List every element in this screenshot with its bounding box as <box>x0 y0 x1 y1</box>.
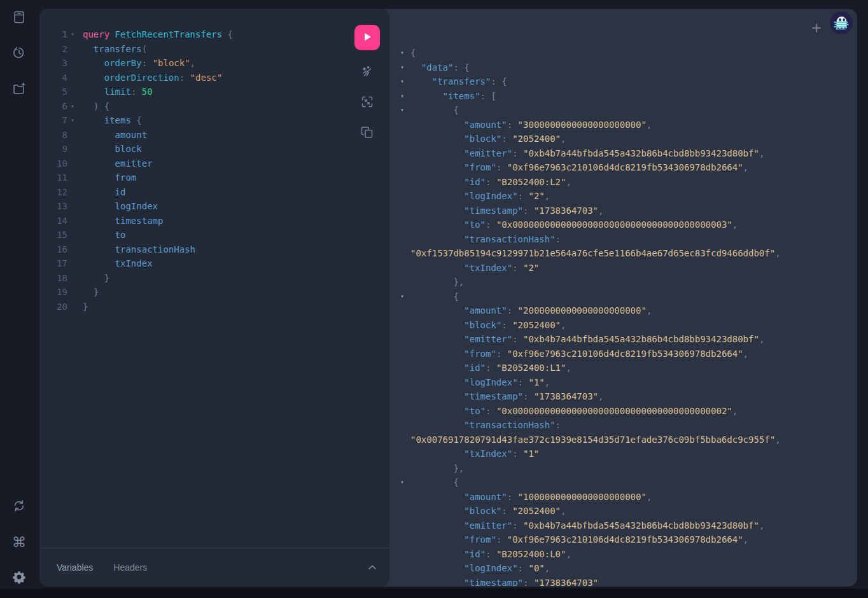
line-number: 12 <box>39 185 67 200</box>
response-text: "id": "B2052400:L2", <box>410 175 853 190</box>
copy-query-button[interactable] <box>358 124 376 142</box>
editor-line: 13 logIndex <box>39 199 389 214</box>
response-text: "logIndex": "2", <box>410 189 853 204</box>
docs-icon <box>12 10 26 27</box>
fold-arrow-icon[interactable]: ▾ <box>400 475 410 490</box>
response-text: }, <box>410 461 853 476</box>
response-line: "block": "2052400", <box>400 132 853 146</box>
response-text: "amount": "2000000000000000000000", <box>410 303 853 318</box>
fold-gutter <box>400 375 410 390</box>
response-text: "to": "0x0000000000000000000000000000000… <box>410 404 853 419</box>
response-text: "id": "B2052400:L1", <box>410 361 853 375</box>
saved-collections-button[interactable] <box>8 78 31 101</box>
fold-gutter <box>67 85 83 99</box>
fold-arrow-icon[interactable]: ▾ <box>67 113 83 128</box>
response-text: "transactionHash": "0xf1537db85194c91299… <box>410 232 853 261</box>
response-line: "txIndex": "2" <box>400 261 853 275</box>
editor-line: 4 orderDirection: "desc" <box>39 71 389 85</box>
line-number: 7 <box>39 113 67 128</box>
fold-gutter <box>400 447 410 461</box>
fold-arrow-icon[interactable]: ▾ <box>400 46 410 60</box>
fold-gutter <box>67 271 83 286</box>
line-number: 13 <box>39 199 67 214</box>
fold-gutter <box>400 532 410 547</box>
code-text: to <box>83 228 125 242</box>
editor-line: 15 to <box>39 228 389 242</box>
response-line: ▾ { <box>400 475 853 490</box>
response-text: { <box>410 103 853 118</box>
fold-gutter <box>400 118 410 132</box>
response-line: "transactionHash": "0xf1537db85194c91299… <box>400 232 853 261</box>
line-number: 20 <box>39 300 67 314</box>
fold-gutter <box>400 461 410 476</box>
code-text: txIndex <box>83 256 153 271</box>
add-tab-button[interactable]: + <box>809 20 824 36</box>
editor-line: 3 orderBy: "block", <box>39 56 389 71</box>
merge-fragments-icon <box>360 95 374 111</box>
fold-gutter <box>400 576 410 587</box>
fold-gutter <box>67 42 83 57</box>
tab-headers[interactable]: Headers <box>113 562 147 573</box>
tab-variables[interactable]: Variables <box>57 562 93 573</box>
response-text: { <box>410 475 853 490</box>
code-text: timestamp <box>83 214 163 228</box>
fold-arrow-icon[interactable]: ▾ <box>67 27 83 42</box>
collapse-tools-button[interactable] <box>368 562 377 573</box>
fold-arrow-icon[interactable]: ▾ <box>67 99 83 114</box>
execute-query-button[interactable] <box>354 25 380 50</box>
response-text: "txIndex": "1" <box>410 447 853 461</box>
response-line: "timestamp": "1738364703", <box>400 204 853 218</box>
response-line: ▾ { <box>400 289 853 304</box>
history-button[interactable] <box>8 43 31 66</box>
fold-gutter <box>400 218 410 232</box>
fold-arrow-icon[interactable]: ▾ <box>400 289 410 304</box>
settings-gear-icon <box>12 570 26 587</box>
merge-fragments-button[interactable] <box>358 94 376 111</box>
prettify-icon <box>360 65 374 81</box>
fold-arrow-icon[interactable]: ▾ <box>400 74 410 89</box>
history-icon <box>12 46 26 62</box>
code-text: transactionHash <box>83 242 195 257</box>
editor-line: 20} <box>39 300 389 314</box>
response-line: "transactionHash": "0x0076917820791d43fa… <box>400 418 853 447</box>
fold-gutter <box>400 275 410 289</box>
code-text: } <box>83 285 99 300</box>
fold-gutter <box>67 185 83 200</box>
response-line: "timestamp": "1738364703" <box>400 576 853 587</box>
response-text: "from": "0xf96e7963c210106d4dc8219fb5343… <box>410 160 853 175</box>
fold-arrow-icon[interactable]: ▾ <box>400 60 410 75</box>
fold-arrow-icon[interactable]: ▾ <box>400 89 410 104</box>
response-line: "emitter": "0xb4b7a44bfbda545a432b86b4cb… <box>400 518 853 533</box>
line-number: 18 <box>39 271 67 286</box>
response-text: "logIndex": "1", <box>410 375 853 390</box>
query-editor[interactable]: 1▾query FetchRecentTransfers {2 transfer… <box>39 9 389 548</box>
refetch-schema-button[interactable] <box>8 496 31 518</box>
code-text: amount <box>83 128 147 143</box>
response-text: "emitter": "0xb4b7a44bfbda545a432b86b4cb… <box>410 518 853 533</box>
fold-gutter <box>400 361 410 375</box>
docs-button[interactable] <box>8 7 31 30</box>
fold-gutter <box>400 160 410 175</box>
avatar[interactable] <box>830 11 853 34</box>
response-line: "logIndex": "2", <box>400 189 853 204</box>
fold-gutter <box>400 504 410 518</box>
response-text: "timestamp": "1738364703", <box>410 389 853 404</box>
fold-gutter <box>400 490 410 504</box>
editor-line: 10 emitter <box>39 156 389 171</box>
prettify-query-button[interactable] <box>358 64 376 81</box>
editor-line: 8 amount <box>39 128 389 143</box>
fold-gutter <box>67 199 83 214</box>
response-line: ▾ "transfers": { <box>400 74 853 89</box>
response-text: "amount": "1000000000000000000000", <box>410 490 853 504</box>
code-text: orderBy: "block", <box>83 56 195 71</box>
line-number: 8 <box>39 128 67 143</box>
fold-gutter <box>67 285 83 300</box>
fold-arrow-icon[interactable]: ▾ <box>400 103 410 118</box>
response-line: "amount": "3000000000000000000000", <box>400 118 853 132</box>
response-line: "block": "2052400", <box>400 504 853 518</box>
window-bezel <box>0 588 868 598</box>
settings-button[interactable] <box>8 567 31 590</box>
keyboard-shortcuts-button[interactable]: ⌘ <box>8 531 31 554</box>
fold-gutter <box>67 214 83 228</box>
response-line: "id": "B2052400:L1", <box>400 361 853 375</box>
